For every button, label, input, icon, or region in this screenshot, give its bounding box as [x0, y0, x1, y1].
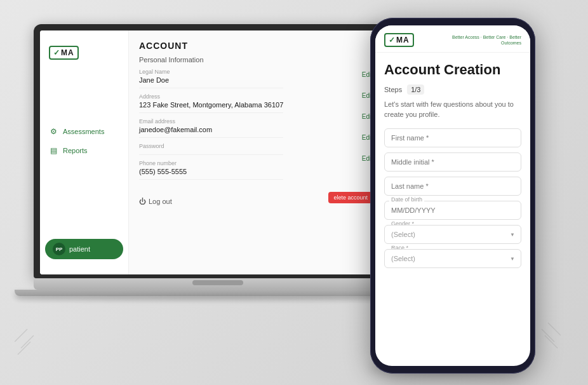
phone-vma-check-icon: ✓ — [389, 36, 395, 44]
sidebar-footer: PP patient — [40, 234, 128, 264]
password-label: Password — [139, 143, 283, 149]
sidebar-nav: ⚙ Assessments ▤ Reports — [40, 123, 128, 234]
patient-button[interactable]: PP patient — [45, 239, 123, 259]
steps-badge: 1/3 — [407, 84, 424, 95]
svg-line-2 — [18, 342, 30, 355]
phone-content: Account Creation Steps 1/3 Let's start w… — [375, 53, 530, 366]
field-row-0: Legal Name Jane Doe Address 123 Fake Str… — [139, 69, 373, 185]
phone-page-title: Account Creation — [384, 62, 521, 78]
dob-label: Date of birth — [389, 196, 424, 203]
svg-line-4 — [542, 329, 554, 342]
reports-icon: ▤ — [50, 146, 59, 155]
vma-logo: ✓ MA — [49, 46, 79, 60]
email-field: Email address janedoe@fakemail.com — [139, 118, 283, 138]
phone-label: Phone number — [139, 160, 283, 166]
first-name-group — [384, 128, 521, 147]
last-name-group — [384, 177, 521, 196]
dob-group: Date of birth — [384, 201, 521, 220]
sidebar-item-reports-label: Reports — [63, 147, 88, 154]
logout-button[interactable]: ⏻ Log out — [139, 198, 172, 205]
vma-check-icon: ✓ — [53, 48, 60, 57]
svg-line-3 — [548, 323, 561, 335]
race-group: Race * (Select)WhiteBlack or African Ame… — [384, 249, 521, 268]
race-select[interactable]: (Select)WhiteBlack or African AmericanAs… — [384, 249, 521, 268]
gender-select[interactable]: (Select)MaleFemaleNon-binaryPrefer not t… — [384, 225, 521, 244]
vma-text: MA — [61, 48, 74, 57]
svg-line-1 — [21, 335, 34, 348]
phone-logo: ✓ MA — [384, 33, 414, 47]
svg-line-0 — [15, 329, 27, 342]
steps-row: Steps 1/3 — [384, 84, 521, 95]
address-value: 123 Fake Street, Montgomery, Alabama 361… — [139, 101, 283, 109]
laptop-main: ACCOUNT Personal Information Legal Name … — [129, 30, 383, 274]
laptop-shadow — [15, 296, 408, 300]
laptop-logo: ✓ MA — [40, 41, 128, 72]
account-title: ACCOUNT — [139, 41, 373, 51]
patient-avatar: PP — [53, 243, 65, 255]
legal-name-field: Legal Name Jane Doe — [139, 69, 283, 88]
patient-label: patient — [69, 245, 90, 253]
address-field: Address 123 Fake Street, Montgomery, Ala… — [139, 93, 283, 113]
laptop-sidebar: ✓ MA ⚙ Assessments ▤ Reports — [40, 30, 129, 274]
laptop-screen-inner: ✓ MA ⚙ Assessments ▤ Reports — [40, 30, 383, 274]
sidebar-item-assessments-label: Assessments — [63, 128, 104, 135]
middle-initial-group — [384, 152, 521, 172]
steps-label: Steps — [384, 86, 402, 93]
gender-group: Gender * (Select)MaleFemaleNon-binaryPre… — [384, 225, 521, 244]
phone-screen: ✓ MA Better Access · Better Care · Bette… — [375, 25, 530, 366]
svg-line-5 — [545, 335, 558, 348]
phone-vma-text: MA — [396, 36, 410, 44]
logout-label: Log out — [149, 198, 172, 205]
legal-name-value: Jane Doe — [139, 76, 283, 84]
phone-tagline: Better Access · Better Care · Better Out… — [445, 34, 521, 46]
dob-input[interactable] — [384, 201, 521, 220]
laptop-bottom — [15, 290, 408, 296]
delete-account-button[interactable]: elete account — [328, 192, 373, 203]
scene: ✓ MA ⚙ Assessments ▤ Reports — [15, 11, 573, 374]
assessments-icon: ⚙ — [50, 127, 59, 136]
first-name-input[interactable] — [384, 128, 521, 147]
phone-header: ✓ MA Better Access · Better Care · Bette… — [375, 25, 530, 53]
laptop: ✓ MA ⚙ Assessments ▤ Reports — [34, 24, 402, 361]
logout-icon: ⏻ — [139, 198, 146, 205]
race-select-wrapper: (Select)WhiteBlack or African AmericanAs… — [384, 249, 521, 268]
gender-select-wrapper: (Select)MaleFemaleNon-binaryPrefer not t… — [384, 225, 521, 244]
decorative-lines-left — [15, 323, 53, 361]
email-label: Email address — [139, 118, 283, 125]
middle-initial-input[interactable] — [384, 152, 521, 172]
address-label: Address — [139, 93, 283, 100]
phone-field: Phone number (555) 555-5555 — [139, 160, 283, 180]
last-name-input[interactable] — [384, 177, 521, 196]
personal-info-title: Personal Information — [139, 56, 373, 64]
laptop-screen-outer: ✓ MA ⚙ Assessments ▤ Reports — [34, 24, 389, 278]
phone-value: (555) 555-5555 — [139, 168, 283, 175]
laptop-base — [34, 278, 402, 290]
sidebar-item-assessments[interactable]: ⚙ Assessments — [45, 123, 123, 140]
steps-description: Let's start with few questions about you… — [384, 100, 521, 119]
legal-name-label: Legal Name — [139, 69, 283, 75]
phone: ✓ MA Better Access · Better Care · Bette… — [370, 18, 535, 374]
field-group-0: Legal Name Jane Doe Address 123 Fake Str… — [139, 69, 283, 185]
email-value: janedoe@fakemail.com — [139, 126, 283, 133]
password-field: Password — [139, 143, 283, 155]
sidebar-item-reports[interactable]: ▤ Reports — [45, 142, 123, 159]
